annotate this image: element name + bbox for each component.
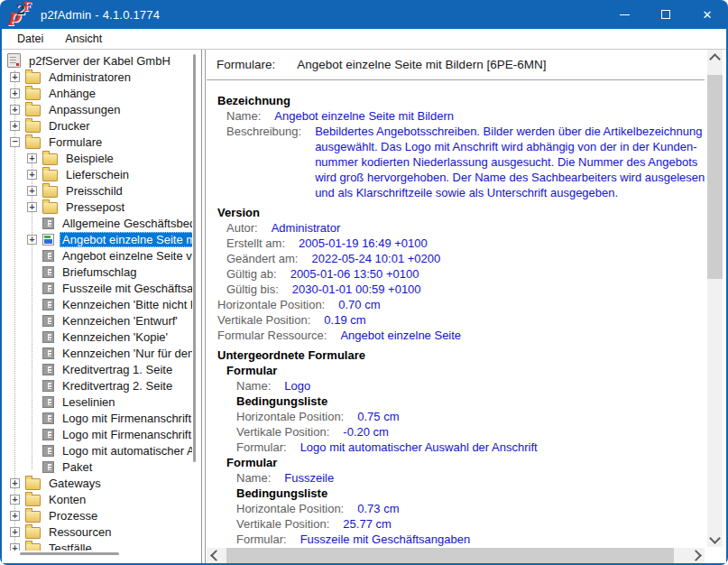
tree-item[interactable]: −Formulare xyxy=(2,134,192,150)
plus-expander-icon[interactable]: + xyxy=(10,511,20,521)
tree-item[interactable]: Kennzeichen 'Nur für den i xyxy=(2,345,192,361)
tree-item-label[interactable]: Fusszeile mit Geschäftsang xyxy=(60,281,192,296)
property-label: Erstellt am: xyxy=(226,236,285,251)
tree-item-label[interactable]: Ressourcen xyxy=(46,524,114,540)
menu-item-ansicht[interactable]: Ansicht xyxy=(59,31,108,47)
tree-item[interactable]: +Drucker xyxy=(2,117,192,134)
form-icon xyxy=(42,347,54,359)
tree-item-label[interactable]: Kreditvertrag 2. Seite xyxy=(60,378,175,394)
detail-vertical-scrollbar[interactable] xyxy=(707,50,723,547)
minimize-button[interactable] xyxy=(604,0,645,29)
tree-item[interactable]: Briefumschlag xyxy=(2,264,192,280)
tree-item[interactable]: +Lieferschein xyxy=(2,166,192,182)
menu-item-datei[interactable]: Datei xyxy=(11,31,50,47)
property-label: Autor: xyxy=(226,220,258,236)
tree-item-label[interactable]: Anpassungen xyxy=(46,102,124,117)
tree-item-label[interactable]: Kennzeichen 'Bitte nicht kni xyxy=(60,297,192,312)
tree-item[interactable]: Logo mit Firmenanschrift 1 xyxy=(2,410,192,426)
plus-expander-icon[interactable]: + xyxy=(10,88,20,98)
scroll-right-button[interactable] xyxy=(689,548,705,563)
tree-item-label[interactable]: Logo mit Firmenanschrift 2 xyxy=(60,427,192,442)
scroll-down-button[interactable] xyxy=(707,532,723,547)
tree-item[interactable]: Paket xyxy=(2,458,192,475)
tree-item[interactable]: Kennzeichen 'Bitte nicht kni xyxy=(2,296,192,312)
tree-item-label[interactable]: Kennzeichen 'Entwurf' xyxy=(60,313,180,329)
scroll-up-button[interactable] xyxy=(707,50,723,65)
tree-item[interactable]: +Preisschild xyxy=(2,182,192,199)
detail-horizontal-scrollbar[interactable] xyxy=(207,548,705,563)
plus-expander-icon[interactable]: + xyxy=(10,478,20,488)
plus-expander-icon[interactable]: + xyxy=(10,105,20,115)
tree-horizontal-scrollbar[interactable] xyxy=(20,552,119,555)
property-label: Vertikale Position: xyxy=(217,312,310,328)
tree-item-label[interactable]: p2fServer der Kabel GmbH xyxy=(26,53,173,69)
tree-item[interactable]: Angebot einzelne Seite var xyxy=(2,247,192,264)
tree-item-label[interactable]: Konten xyxy=(46,492,88,507)
tree-item-label[interactable]: Drucker xyxy=(46,118,93,134)
tree-item-label[interactable]: Angebot einzelne Seite mit xyxy=(60,232,192,247)
tree-item[interactable]: +Anhänge xyxy=(2,85,192,101)
tree-item[interactable]: Logo mit automatischer A xyxy=(2,442,192,458)
tree-item-label[interactable]: Kennzeichen 'Kopie' xyxy=(60,329,170,345)
tree-item[interactable]: +Testfälle xyxy=(2,540,192,551)
vertical-scroll-thumb[interactable] xyxy=(707,75,723,279)
tree-item-label[interactable]: Kennzeichen 'Nur für den i xyxy=(60,346,192,361)
tree-vertical-scrollbar[interactable] xyxy=(193,54,196,462)
tree-item[interactable]: Allgemeine Geschäftsbedin xyxy=(2,215,192,231)
tree-item-label[interactable]: Administratoren xyxy=(46,69,134,85)
tree-item[interactable]: Kreditvertrag 1. Seite xyxy=(2,361,192,377)
server-icon xyxy=(7,53,21,68)
horizontal-scroll-thumb[interactable] xyxy=(226,548,674,563)
tree-item-label[interactable]: Testfälle xyxy=(46,541,95,551)
property-value: 0.70 cm xyxy=(338,297,380,312)
tree-item-label[interactable]: Allgemeine Geschäftsbedin xyxy=(60,216,192,231)
plus-expander-icon[interactable]: + xyxy=(10,543,20,551)
tree-item[interactable]: Leselinien xyxy=(2,394,192,410)
tree-item[interactable]: Kennzeichen 'Kopie' xyxy=(2,329,192,345)
tree-item[interactable]: +Anpassungen xyxy=(2,101,192,117)
tree-item[interactable]: +Beispiele xyxy=(2,150,192,166)
tree-item[interactable]: p2fServer der Kabel GmbH xyxy=(2,52,192,69)
close-button[interactable]: ✕ xyxy=(687,0,728,29)
tree-item-label[interactable]: Lieferschein xyxy=(63,167,132,182)
plus-expander-icon[interactable]: + xyxy=(10,527,20,537)
tree-item[interactable]: +Angebot einzelne Seite mit xyxy=(2,231,192,247)
maximize-button[interactable] xyxy=(645,0,687,29)
tree-item[interactable]: Logo mit Firmenanschrift 2 xyxy=(2,426,192,442)
plus-expander-icon[interactable]: + xyxy=(27,186,37,196)
tree-item[interactable]: +Administratoren xyxy=(2,69,192,85)
scroll-left-button[interactable] xyxy=(207,548,222,563)
property-label: Horizontale Position: xyxy=(236,409,344,424)
tree-item[interactable]: +Pressepost xyxy=(2,199,192,215)
tree-item[interactable]: +Konten xyxy=(2,491,192,507)
tree-item-label[interactable]: Anhänge xyxy=(46,86,98,101)
tree-item-label[interactable]: Preisschild xyxy=(63,183,125,199)
tree-item-label[interactable]: Prozesse xyxy=(46,508,100,523)
tree-item-label[interactable]: Pressepost xyxy=(63,199,127,215)
plus-expander-icon[interactable]: + xyxy=(27,153,37,163)
tree-item-label[interactable]: Gateways xyxy=(46,476,104,491)
plus-expander-icon[interactable]: + xyxy=(10,495,20,505)
tree-item[interactable]: +Prozesse xyxy=(2,507,192,523)
tree-item[interactable]: +Gateways xyxy=(2,475,192,491)
tree-item-label[interactable]: Formulare xyxy=(46,134,105,150)
tree-item-label[interactable]: Paket xyxy=(60,459,95,475)
tree-item-label[interactable]: Logo mit Firmenanschrift 1 xyxy=(60,411,192,426)
plus-expander-icon[interactable]: + xyxy=(27,235,37,245)
tree-item[interactable]: Kreditvertrag 2. Seite xyxy=(2,377,192,394)
tree-item[interactable]: Kennzeichen 'Entwurf' xyxy=(2,312,192,329)
plus-expander-icon[interactable]: + xyxy=(10,72,20,82)
plus-expander-icon[interactable]: + xyxy=(27,202,37,212)
tree-item-label[interactable]: Kreditvertrag 1. Seite xyxy=(60,362,175,377)
tree-item[interactable]: Fusszeile mit Geschäftsang xyxy=(2,280,192,296)
detail-header: Formulare: Angebot einzelne Seite mit Bi… xyxy=(207,50,705,80)
tree-item-label[interactable]: Beispiele xyxy=(63,151,116,166)
tree-item[interactable]: +Ressourcen xyxy=(2,523,192,540)
tree-item-label[interactable]: Logo mit automatischer A xyxy=(60,443,192,458)
tree-item-label[interactable]: Angebot einzelne Seite var xyxy=(60,248,192,264)
plus-expander-icon[interactable]: + xyxy=(10,121,20,131)
minus-expander-icon[interactable]: − xyxy=(10,137,20,147)
plus-expander-icon[interactable]: + xyxy=(27,170,37,180)
tree-item-label[interactable]: Leselinien xyxy=(60,394,118,410)
tree-item-label[interactable]: Briefumschlag xyxy=(60,264,139,280)
